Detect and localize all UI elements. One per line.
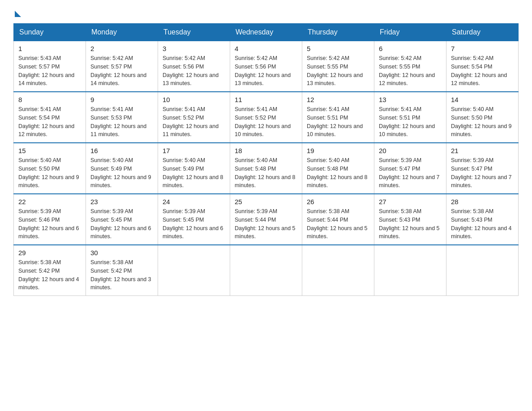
day-number: 9	[90, 96, 153, 103]
day-number: 11	[235, 96, 297, 103]
calendar-cell: 5 Sunrise: 5:42 AMSunset: 5:55 PMDayligh…	[302, 41, 374, 92]
week-row-5: 29 Sunrise: 5:38 AMSunset: 5:42 PMDaylig…	[14, 245, 519, 296]
header-saturday: Saturday	[446, 24, 519, 41]
day-number: 14	[451, 96, 514, 103]
calendar-table: SundayMondayTuesdayWednesdayThursdayFrid…	[13, 23, 519, 296]
day-info: Sunrise: 5:41 AMSunset: 5:53 PMDaylight:…	[90, 106, 146, 137]
day-info: Sunrise: 5:41 AMSunset: 5:52 PMDaylight:…	[163, 106, 219, 137]
calendar-cell: 24 Sunrise: 5:39 AMSunset: 5:45 PMDaylig…	[158, 194, 230, 245]
calendar-cell	[158, 245, 230, 296]
day-number: 28	[451, 198, 514, 206]
header-monday: Monday	[86, 24, 158, 41]
calendar-cell	[446, 245, 519, 296]
calendar-cell: 10 Sunrise: 5:41 AMSunset: 5:52 PMDaylig…	[158, 92, 230, 143]
day-number: 19	[307, 147, 369, 154]
week-row-4: 22 Sunrise: 5:39 AMSunset: 5:46 PMDaylig…	[14, 194, 519, 245]
day-info: Sunrise: 5:40 AMSunset: 5:48 PMDaylight:…	[307, 157, 368, 188]
header-thursday: Thursday	[302, 24, 374, 41]
day-number: 15	[18, 147, 81, 154]
calendar-cell: 3 Sunrise: 5:42 AMSunset: 5:56 PMDayligh…	[158, 41, 230, 92]
calendar-cell: 7 Sunrise: 5:42 AMSunset: 5:54 PMDayligh…	[446, 41, 519, 92]
day-info: Sunrise: 5:40 AMSunset: 5:50 PMDaylight:…	[18, 157, 79, 188]
day-info: Sunrise: 5:38 AMSunset: 5:43 PMDaylight:…	[379, 208, 440, 240]
day-info: Sunrise: 5:42 AMSunset: 5:56 PMDaylight:…	[163, 55, 219, 86]
calendar-cell: 23 Sunrise: 5:39 AMSunset: 5:45 PMDaylig…	[86, 194, 158, 245]
header-friday: Friday	[374, 24, 446, 41]
day-number: 8	[18, 96, 81, 103]
day-number: 16	[90, 147, 153, 154]
day-number: 21	[451, 147, 514, 154]
day-info: Sunrise: 5:39 AMSunset: 5:44 PMDaylight:…	[235, 208, 296, 240]
day-info: Sunrise: 5:42 AMSunset: 5:54 PMDaylight:…	[451, 55, 507, 86]
day-number: 4	[235, 45, 297, 52]
day-info: Sunrise: 5:40 AMSunset: 5:49 PMDaylight:…	[163, 157, 223, 188]
calendar-cell	[302, 245, 374, 296]
calendar-cell: 12 Sunrise: 5:41 AMSunset: 5:51 PMDaylig…	[302, 92, 374, 143]
day-number: 27	[379, 198, 442, 206]
day-info: Sunrise: 5:38 AMSunset: 5:42 PMDaylight:…	[18, 259, 79, 291]
calendar-cell: 28 Sunrise: 5:38 AMSunset: 5:43 PMDaylig…	[446, 194, 519, 245]
day-number: 17	[163, 147, 225, 154]
day-info: Sunrise: 5:40 AMSunset: 5:48 PMDaylight:…	[235, 157, 296, 188]
calendar-cell: 17 Sunrise: 5:40 AMSunset: 5:49 PMDaylig…	[158, 143, 230, 194]
calendar-cell: 21 Sunrise: 5:39 AMSunset: 5:47 PMDaylig…	[446, 143, 519, 194]
calendar-cell: 9 Sunrise: 5:41 AMSunset: 5:53 PMDayligh…	[86, 92, 158, 143]
day-info: Sunrise: 5:40 AMSunset: 5:50 PMDaylight:…	[451, 106, 512, 137]
calendar-cell: 18 Sunrise: 5:40 AMSunset: 5:48 PMDaylig…	[230, 143, 302, 194]
day-info: Sunrise: 5:42 AMSunset: 5:56 PMDaylight:…	[235, 55, 291, 86]
day-info: Sunrise: 5:39 AMSunset: 5:47 PMDaylight:…	[451, 157, 512, 188]
day-number: 1	[18, 45, 81, 52]
logo-arrow-icon	[15, 11, 21, 17]
day-info: Sunrise: 5:38 AMSunset: 5:42 PMDaylight:…	[90, 259, 151, 291]
day-number: 30	[90, 249, 153, 257]
day-number: 6	[379, 45, 442, 52]
day-number: 26	[307, 198, 369, 206]
day-info: Sunrise: 5:42 AMSunset: 5:57 PMDaylight:…	[90, 55, 146, 86]
day-info: Sunrise: 5:43 AMSunset: 5:57 PMDaylight:…	[18, 55, 74, 86]
day-info: Sunrise: 5:41 AMSunset: 5:51 PMDaylight:…	[379, 106, 435, 137]
day-info: Sunrise: 5:39 AMSunset: 5:45 PMDaylight:…	[90, 208, 151, 240]
calendar-cell: 30 Sunrise: 5:38 AMSunset: 5:42 PMDaylig…	[86, 245, 158, 296]
calendar-cell	[230, 245, 302, 296]
day-info: Sunrise: 5:38 AMSunset: 5:43 PMDaylight:…	[451, 208, 512, 240]
day-info: Sunrise: 5:41 AMSunset: 5:54 PMDaylight:…	[18, 106, 74, 137]
day-number: 13	[379, 96, 442, 103]
calendar-cell: 22 Sunrise: 5:39 AMSunset: 5:46 PMDaylig…	[14, 194, 86, 245]
header-tuesday: Tuesday	[158, 24, 230, 41]
day-info: Sunrise: 5:38 AMSunset: 5:44 PMDaylight:…	[307, 208, 368, 240]
calendar-cell: 26 Sunrise: 5:38 AMSunset: 5:44 PMDaylig…	[302, 194, 374, 245]
calendar-cell: 13 Sunrise: 5:41 AMSunset: 5:51 PMDaylig…	[374, 92, 446, 143]
day-number: 18	[235, 147, 297, 154]
calendar-cell: 14 Sunrise: 5:40 AMSunset: 5:50 PMDaylig…	[446, 92, 519, 143]
calendar-cell: 19 Sunrise: 5:40 AMSunset: 5:48 PMDaylig…	[302, 143, 374, 194]
calendar-cell: 2 Sunrise: 5:42 AMSunset: 5:57 PMDayligh…	[86, 41, 158, 92]
logo	[13, 9, 21, 14]
calendar-cell: 25 Sunrise: 5:39 AMSunset: 5:44 PMDaylig…	[230, 194, 302, 245]
day-number: 25	[235, 198, 297, 206]
day-number: 5	[307, 45, 369, 52]
day-number: 23	[90, 198, 153, 206]
calendar-cell: 4 Sunrise: 5:42 AMSunset: 5:56 PMDayligh…	[230, 41, 302, 92]
calendar-cell: 29 Sunrise: 5:38 AMSunset: 5:42 PMDaylig…	[14, 245, 86, 296]
day-info: Sunrise: 5:41 AMSunset: 5:52 PMDaylight:…	[235, 106, 291, 137]
calendar-cell: 6 Sunrise: 5:42 AMSunset: 5:55 PMDayligh…	[374, 41, 446, 92]
day-number: 29	[18, 249, 81, 257]
day-info: Sunrise: 5:42 AMSunset: 5:55 PMDaylight:…	[379, 55, 435, 86]
calendar-cell: 27 Sunrise: 5:38 AMSunset: 5:43 PMDaylig…	[374, 194, 446, 245]
calendar-cell: 1 Sunrise: 5:43 AMSunset: 5:57 PMDayligh…	[14, 41, 86, 92]
calendar-cell: 8 Sunrise: 5:41 AMSunset: 5:54 PMDayligh…	[14, 92, 86, 143]
header-wednesday: Wednesday	[230, 24, 302, 41]
calendar-cell	[374, 245, 446, 296]
day-info: Sunrise: 5:39 AMSunset: 5:45 PMDaylight:…	[163, 208, 223, 240]
day-number: 7	[451, 45, 514, 52]
calendar-cell: 15 Sunrise: 5:40 AMSunset: 5:50 PMDaylig…	[14, 143, 86, 194]
day-number: 22	[18, 198, 81, 206]
day-number: 3	[163, 45, 225, 52]
day-number: 2	[90, 45, 153, 52]
day-number: 10	[163, 96, 225, 103]
day-info: Sunrise: 5:42 AMSunset: 5:55 PMDaylight:…	[307, 55, 363, 86]
day-number: 24	[163, 198, 225, 206]
calendar-header-row: SundayMondayTuesdayWednesdayThursdayFrid…	[14, 24, 519, 41]
day-number: 20	[379, 147, 442, 154]
day-info: Sunrise: 5:41 AMSunset: 5:51 PMDaylight:…	[307, 106, 363, 137]
